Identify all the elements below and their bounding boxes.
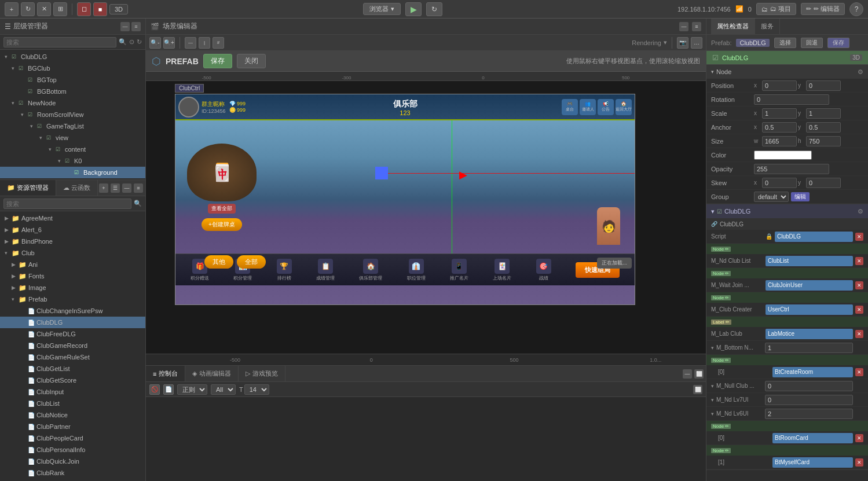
checkbox-comp[interactable]: ☑ [717, 208, 722, 215]
console-expand-btn[interactable]: ⬜ [694, 369, 704, 379]
scene-viewport[interactable]: ClubCtrl 群主昵称 ID:123456 [146, 81, 706, 365]
asset-list-btn[interactable]: ☰ [111, 183, 120, 193]
ndlv7-triangle[interactable]: ▾ [711, 397, 714, 403]
nd-club-list-x[interactable]: ✕ [855, 257, 863, 265]
rotation-input[interactable] [754, 94, 829, 105]
gp-all-button[interactable]: 全部 [237, 255, 266, 269]
scale-x-input[interactable] [762, 108, 797, 119]
skew-x-input[interactable] [762, 178, 797, 188]
btcreateroom-value[interactable]: BtCreateRoom [772, 367, 853, 377]
console-file-btn[interactable]: 📄 [163, 384, 174, 395]
tree-node-view[interactable]: ▾ ☑ view [0, 132, 145, 144]
asset-item-clubdlg[interactable]: 📄 ClubDLG [0, 317, 145, 328]
position-x-input[interactable] [762, 80, 797, 91]
asset-item-clubgamerecord[interactable]: 📄 ClubGameRecord [0, 340, 145, 351]
prefab-save-button[interactable]: 保存 [203, 54, 232, 68]
tree-node-k0[interactable]: ▾ ☑ K0 [0, 155, 145, 167]
node-section-header[interactable]: ▾ Node ⚙ [706, 65, 868, 79]
asset-item-clubinput[interactable]: 📄 ClubInput [0, 386, 145, 398]
console-clear-btn[interactable]: 🚫 [149, 384, 160, 395]
console-font-size-select[interactable]: 14 [244, 384, 269, 395]
browser-button[interactable]: 浏览器 ▾ [363, 3, 401, 15]
zoom-out-btn[interactable]: 🔍- [149, 37, 161, 49]
asset-add-btn[interactable]: + [99, 183, 108, 193]
asset-item-clubquickjoin[interactable]: 📄 ClubQuick.Join [0, 456, 145, 467]
null-club-triangle[interactable]: ▾ [711, 383, 714, 389]
asset-item-clublist[interactable]: 📄 ClubList [0, 398, 145, 409]
asset-item-clubpeoplecard[interactable]: 📄 ClubPeopleCard [0, 432, 145, 444]
asset-item-clubgameruleset[interactable]: 📄 ClubGameRuleSet [0, 351, 145, 363]
stop-button[interactable]: ✕ [37, 2, 51, 16]
ndlv6-triangle[interactable]: ▾ [711, 411, 714, 417]
reload-button[interactable]: ↻ [426, 2, 442, 16]
anchor-x-input[interactable] [762, 122, 797, 133]
prefab-save-prop-button[interactable]: 保存 [827, 38, 849, 48]
asset-item-alert6[interactable]: ▶ 📁 Alert_6 [0, 224, 145, 236]
prefab-return-button[interactable]: 回退 [801, 38, 823, 48]
scene-minimize-btn[interactable]: — [679, 22, 688, 31]
zoom-in-btn[interactable]: 🔍+ [163, 37, 175, 49]
ruler-h-btn[interactable]: — [185, 37, 196, 49]
tab-property-inspector[interactable]: 属性检查器 [711, 19, 755, 35]
node-settings-icon[interactable]: ⚙ [858, 68, 863, 76]
tree-node-roomscroll[interactable]: ▾ ☑ RoomScrollView [0, 109, 145, 120]
ruler-v-btn[interactable]: | [199, 37, 210, 49]
btcreateroom-x[interactable]: ✕ [855, 368, 863, 376]
console-filter-level[interactable]: All [211, 384, 236, 395]
bottom-n-triangle[interactable]: ▾ [711, 345, 714, 351]
layer-minimize-btn[interactable]: — [120, 22, 130, 31]
btroomcard-value[interactable]: BtRoomCard [772, 433, 853, 443]
asset-item-clubgetlist[interactable]: 📄 ClubGetList [0, 363, 145, 374]
asset-item-clubpersonalinfo[interactable]: 📄 ClubPersonalInfo [0, 444, 145, 456]
prefab-select-button[interactable]: 选择 [774, 38, 796, 48]
gp-status-btn[interactable]: 正在加載... [597, 258, 632, 269]
opacity-input[interactable] [754, 164, 829, 174]
asset-item-clubnotice[interactable]: 📄 ClubNotice [0, 409, 145, 421]
asset-item-clubchangeinsurepsw[interactable]: 📄 ClubChangeInSurePsw [0, 305, 145, 317]
tree-node-newnode[interactable]: ▾ ☑ NewNode [0, 97, 145, 109]
tree-node-gametaglist[interactable]: ▾ ☑ GameTagList [0, 120, 145, 132]
club-creater-x[interactable]: ✕ [855, 306, 863, 314]
club-creater-value[interactable]: UserCtrl [766, 304, 853, 315]
help-button[interactable]: ? [849, 2, 863, 16]
script-x-btn[interactable]: ✕ [855, 233, 863, 241]
tree-node-bgbottom[interactable]: ☑ BGBottom [0, 86, 145, 97]
asset-item-bindphone[interactable]: ▶ 📁 BindPhone [0, 236, 145, 247]
lab-club-value[interactable]: LabMotice [766, 329, 853, 339]
layer-search-input[interactable] [3, 37, 116, 47]
asset-item-clubfreedlg[interactable]: 📄 ClubFreeDLG [0, 328, 145, 340]
project-button[interactable]: 🗂 🗂 项目 [756, 3, 796, 15]
bottom-n-input[interactable] [765, 343, 853, 353]
asset-item-image[interactable]: ▶ 📁 Image [0, 282, 145, 293]
console-minimize-btn[interactable]: — [683, 369, 692, 379]
btroomcard-x[interactable]: ✕ [855, 434, 863, 442]
nd-club-list-value[interactable]: ClubList [766, 256, 853, 266]
tab-service[interactable]: 服务 [755, 19, 780, 35]
asset-item-agreement[interactable]: ▶ 📁 AgreeMent [0, 212, 145, 224]
comp-section-header-clubdlg[interactable]: ▾ ☑ ClubDLG ⚙ [706, 204, 868, 218]
tree-node-bgtop[interactable]: ☑ BGTop [0, 74, 145, 86]
anchor-y-input[interactable] [806, 122, 841, 133]
comp-gear-icon[interactable]: ⚙ [858, 208, 863, 215]
tree-node-content[interactable]: ▾ ☑ content [0, 144, 145, 155]
asset-tab-cloud[interactable]: ☁ 云函数 [56, 180, 98, 196]
dots-btn[interactable]: … [691, 37, 702, 49]
asset-item-clubpartner[interactable]: 📄 ClubPartner [0, 421, 145, 432]
tab-game-preview[interactable]: ▷ 游戏预览 [239, 366, 285, 381]
asset-item-clubgetscore[interactable]: 📄 ClubGetScore [0, 374, 145, 386]
gp-create-room-btn[interactable]: +创建牌桌 [202, 218, 242, 231]
group-select[interactable]: default [754, 192, 789, 202]
scale-y-input[interactable] [806, 108, 841, 119]
skew-y-input[interactable] [806, 178, 841, 188]
asset-tab-resources[interactable]: 📁 资源管理器 [0, 180, 56, 196]
3d-toggle[interactable]: 3D [109, 4, 128, 14]
tree-node-background[interactable]: ☑ Background [0, 167, 145, 178]
tab-console[interactable]: ≡ 控制台 [146, 366, 185, 381]
camera-btn[interactable]: 📷 [677, 37, 688, 49]
btmyselfcard-x[interactable]: ✕ [855, 458, 863, 467]
tab-animation-editor[interactable]: ◈ 动画编辑器 [185, 366, 239, 381]
position-y-input[interactable] [806, 80, 841, 91]
size-h-input[interactable] [806, 136, 841, 146]
asset-item-fonts[interactable]: ▶ 📁 Fonts [0, 270, 145, 282]
scene-menu-btn[interactable]: ≡ [692, 22, 701, 31]
